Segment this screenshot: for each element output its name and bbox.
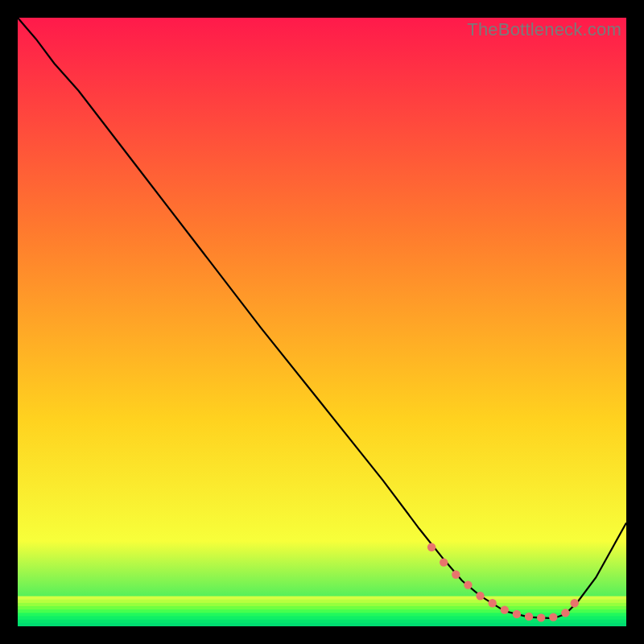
- trough-marker: [452, 571, 460, 579]
- trough-marker: [476, 592, 484, 600]
- chart-frame: TheBottleneck.com: [18, 18, 626, 626]
- watermark-label: TheBottleneck.com: [467, 19, 621, 40]
- svg-rect-5: [18, 613, 626, 617]
- trough-marker: [427, 543, 436, 551]
- trough-marker: [549, 613, 557, 621]
- trough-marker: [488, 599, 496, 607]
- trough-marker: [571, 599, 579, 607]
- trough-marker: [464, 580, 472, 588]
- gradient-background: [18, 18, 626, 626]
- trough-marker: [501, 605, 509, 613]
- trough-marker: [537, 613, 545, 621]
- trough-marker: [561, 609, 569, 617]
- svg-rect-8: [18, 623, 626, 626]
- svg-rect-3: [18, 606, 626, 610]
- svg-rect-7: [18, 620, 626, 624]
- trough-marker: [525, 613, 533, 621]
- svg-rect-4: [18, 609, 626, 613]
- svg-rect-1: [18, 600, 626, 604]
- chart-svg: [18, 18, 626, 626]
- trough-marker: [440, 558, 448, 566]
- svg-rect-2: [18, 603, 626, 607]
- green-bands: [18, 597, 626, 626]
- trough-marker: [513, 610, 521, 618]
- svg-rect-0: [18, 597, 626, 601]
